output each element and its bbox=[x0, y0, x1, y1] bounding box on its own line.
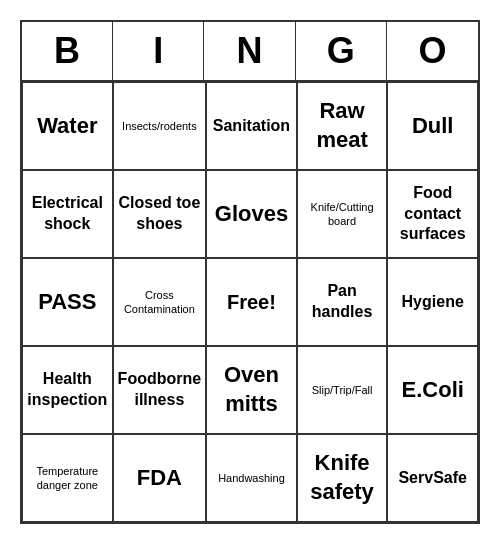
bingo-cell[interactable]: FDA bbox=[113, 434, 207, 522]
bingo-cell[interactable]: Hygiene bbox=[387, 258, 478, 346]
bingo-card: BINGO WaterInsects/rodentsSanitationRaw … bbox=[20, 20, 480, 524]
bingo-cell[interactable]: PASS bbox=[22, 258, 113, 346]
bingo-cell[interactable]: Free! bbox=[206, 258, 297, 346]
bingo-grid: WaterInsects/rodentsSanitationRaw meatDu… bbox=[22, 82, 478, 522]
bingo-cell[interactable]: Slip/Trip/Fall bbox=[297, 346, 388, 434]
bingo-cell[interactable]: Knife/Cutting board bbox=[297, 170, 388, 258]
bingo-cell[interactable]: Raw meat bbox=[297, 82, 388, 170]
header-letter: I bbox=[113, 22, 204, 80]
header-letter: N bbox=[204, 22, 295, 80]
bingo-cell[interactable]: Sanitation bbox=[206, 82, 297, 170]
bingo-cell[interactable]: Pan handles bbox=[297, 258, 388, 346]
header-letter: B bbox=[22, 22, 113, 80]
bingo-cell[interactable]: Dull bbox=[387, 82, 478, 170]
bingo-cell[interactable]: Oven mitts bbox=[206, 346, 297, 434]
header-letter: O bbox=[387, 22, 478, 80]
bingo-cell[interactable]: Food contact surfaces bbox=[387, 170, 478, 258]
bingo-cell[interactable]: Foodborne illness bbox=[113, 346, 207, 434]
bingo-cell[interactable]: Cross Contamination bbox=[113, 258, 207, 346]
bingo-cell[interactable]: Insects/rodents bbox=[113, 82, 207, 170]
bingo-cell[interactable]: Handwashing bbox=[206, 434, 297, 522]
bingo-cell[interactable]: E.Coli bbox=[387, 346, 478, 434]
bingo-cell[interactable]: Temperature danger zone bbox=[22, 434, 113, 522]
bingo-cell[interactable]: ServSafe bbox=[387, 434, 478, 522]
bingo-cell[interactable]: Water bbox=[22, 82, 113, 170]
bingo-header: BINGO bbox=[22, 22, 478, 82]
bingo-cell[interactable]: Health inspection bbox=[22, 346, 113, 434]
bingo-cell[interactable]: Closed toe shoes bbox=[113, 170, 207, 258]
header-letter: G bbox=[296, 22, 387, 80]
bingo-cell[interactable]: Gloves bbox=[206, 170, 297, 258]
bingo-cell[interactable]: Knife safety bbox=[297, 434, 388, 522]
bingo-cell[interactable]: Electrical shock bbox=[22, 170, 113, 258]
